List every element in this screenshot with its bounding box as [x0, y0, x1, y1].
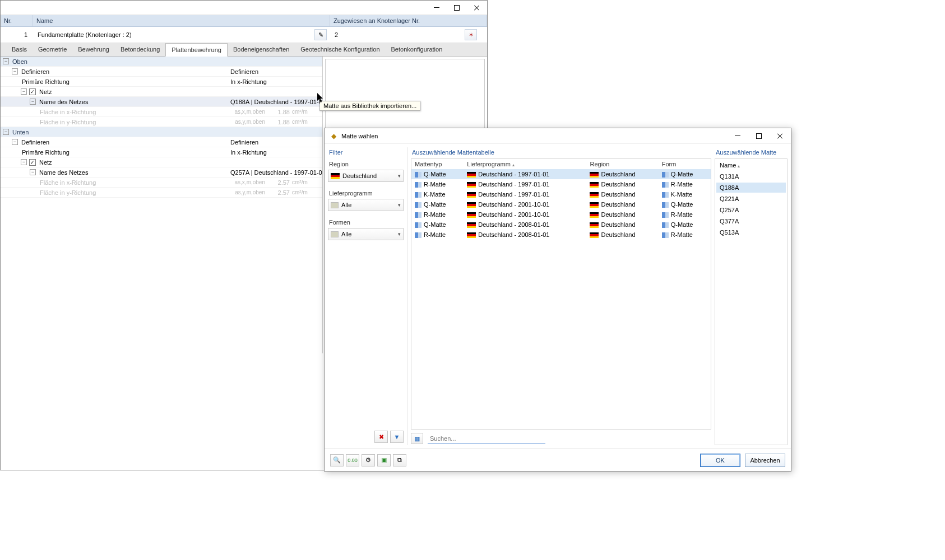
property-tree[interactable]: −Oben−DefinierenDefinierenPrimäre Richtu…	[1, 57, 323, 353]
formen-select[interactable]: Alle ▾	[328, 228, 404, 240]
tree-name-netz[interactable]: −Name des NetzesQ257A | Deutschland - 19…	[1, 167, 322, 178]
dialog-close-button[interactable]	[770, 128, 791, 144]
list-item[interactable]: Q188A	[716, 183, 786, 193]
col-type[interactable]: Mattentyp	[411, 159, 464, 169]
list-item[interactable]: Q513A	[716, 227, 786, 237]
mat-col-header[interactable]: Name▴	[716, 160, 786, 170]
expand-icon[interactable]: −	[30, 99, 36, 105]
table-row[interactable]: R-MatteDeutschland - 1997-01-01Deutschla…	[411, 179, 711, 189]
tree-netz[interactable]: −✓Netz	[1, 157, 322, 167]
matte-table[interactable]: Mattentyp Lieferprogramm▴ Region Form Q-…	[411, 159, 711, 240]
tree-definieren[interactable]: −DefinierenDefinieren	[1, 67, 322, 77]
tree-label: Fläche in x-Richtung	[39, 109, 234, 115]
maximize-button[interactable]	[447, 1, 467, 15]
footer-tool-3[interactable]: ⚙	[362, 454, 375, 466]
chevron-down-icon: ▾	[398, 231, 401, 237]
table-row[interactable]: R-MatteDeutschland - 2001-10-01Deutschla…	[411, 209, 711, 220]
dialog-minimize-button[interactable]	[727, 128, 748, 144]
tab-geometrie[interactable]: Geometrie	[33, 43, 72, 56]
clear-filter-button[interactable]: ✖	[374, 431, 388, 443]
liefer-select[interactable]: Alle ▾	[328, 199, 404, 211]
table-row[interactable]: Q-MatteDeutschland - 2008-01-01Deutschla…	[411, 220, 711, 230]
tab-geotechnische konfiguration[interactable]: Geotechnische Konfiguration	[295, 43, 385, 56]
expand-icon[interactable]: −	[12, 68, 18, 74]
swatch-icon	[331, 202, 339, 208]
checkbox[interactable]: ✓	[29, 159, 36, 166]
expand-icon[interactable]: −	[3, 129, 9, 135]
close-button[interactable]	[467, 1, 487, 15]
tree-netz[interactable]: −✓Netz	[1, 87, 322, 97]
footer-tool-zoom[interactable]: 🔍	[330, 454, 344, 466]
tab-strip: BasisGeometrieBewehrungBetondeckungPlatt…	[1, 43, 487, 57]
dialog-maximize-button[interactable]	[748, 128, 770, 144]
matte-list[interactable]: Name▴ Q131AQ188AQ221AQ257AQ377AQ513A	[715, 159, 787, 239]
name-edit-button[interactable]: ✎	[314, 29, 327, 40]
type-icon	[415, 172, 421, 178]
list-item[interactable]: Q257A	[716, 205, 786, 215]
tree-value[interactable]: Q257A | Deutschland - 1997-01-01	[230, 169, 320, 176]
tree-value[interactable]: In x-Richtung	[230, 78, 320, 85]
tab-betonkonfiguration[interactable]: Betonkonfiguration	[386, 43, 448, 56]
mat-title: Auszuwählende Matte	[715, 147, 788, 158]
expand-icon[interactable]: −	[3, 58, 9, 64]
footer-tool-5[interactable]: ⧉	[393, 454, 406, 466]
toggle-search-button[interactable]: ▦	[411, 433, 423, 444]
table-row[interactable]: Q-MatteDeutschland - 1997-01-01Deutschla…	[411, 169, 711, 179]
table-row[interactable]: K-MatteDeutschland - 1997-01-01Deutschla…	[411, 189, 711, 199]
flag-de-icon	[467, 182, 476, 188]
minimize-button[interactable]	[427, 1, 447, 15]
table-row[interactable]: R-MatteDeutschland - 2008-01-01Deutschla…	[411, 230, 711, 240]
expand-icon[interactable]: −	[12, 139, 18, 145]
list-item[interactable]: Q131A	[716, 171, 786, 181]
zug-header: Zugewiesen an Knotenlager Nr.	[330, 15, 487, 26]
chevron-down-icon: ▾	[398, 173, 401, 179]
table-row[interactable]: Q-MatteDeutschland - 2001-10-01Deutschla…	[411, 199, 711, 209]
tab-betondeckung[interactable]: Betondeckung	[115, 43, 165, 56]
region-select[interactable]: Deutschland ▾	[328, 170, 404, 182]
expand-icon[interactable]: −	[30, 169, 36, 175]
name-input[interactable]	[36, 30, 312, 40]
tree-unit: cm²/m	[292, 189, 320, 195]
chevron-down-icon: ▾	[398, 202, 401, 208]
col-region[interactable]: Region	[586, 159, 658, 169]
tab-basis[interactable]: Basis	[6, 43, 33, 56]
col-form[interactable]: Form	[659, 159, 711, 169]
tree-value[interactable]: Q188A | Deutschland - 1997-01-01	[230, 99, 320, 105]
tab-bodeneigenschaften[interactable]: Bodeneigenschaften	[228, 43, 295, 56]
tree-primaer[interactable]: Primäre RichtungIn x-Richtung	[1, 147, 322, 157]
flag-de-icon	[590, 212, 599, 218]
type-icon	[662, 232, 669, 238]
tree-primaer[interactable]: Primäre RichtungIn x-Richtung	[1, 77, 322, 87]
tree-value[interactable]: In x-Richtung	[230, 149, 320, 156]
apply-filter-button[interactable]: ▼	[390, 431, 404, 443]
tab-plattenbewehrung[interactable]: Plattenbewehrung	[165, 43, 228, 57]
flag-de-icon	[590, 222, 599, 228]
checkbox[interactable]: ✓	[29, 88, 36, 95]
tree-label: Definieren	[20, 68, 230, 75]
cancel-button[interactable]: Abbrechen	[745, 454, 785, 467]
footer-tool-units[interactable]: 0.00	[346, 454, 359, 466]
expand-icon[interactable]: −	[21, 159, 27, 165]
zug-input[interactable]	[333, 30, 462, 40]
list-item[interactable]: Q221A	[716, 194, 786, 204]
tab-bewehrung[interactable]: Bewehrung	[72, 43, 115, 56]
flag-de-icon	[590, 192, 599, 198]
sort-asc-icon: ▴	[738, 164, 740, 169]
tree-definieren[interactable]: −DefinierenDefinieren	[1, 137, 322, 147]
tree-value[interactable]: Definieren	[230, 139, 320, 146]
tree-oben[interactable]: −Oben	[1, 57, 322, 67]
ok-button[interactable]: OK	[700, 454, 740, 467]
tree-value[interactable]: Definieren	[230, 68, 320, 75]
expand-icon[interactable]: −	[21, 88, 27, 95]
table-pane: Auszuwählende Mattentabelle Mattentyp Li…	[407, 147, 711, 445]
footer-tool-4[interactable]: ▣	[377, 454, 391, 466]
dialog-icon: ◆	[329, 132, 338, 141]
tree-name-netz[interactable]: −Name des NetzesQ188A | Deutschland - 19…	[1, 97, 322, 107]
tree-unten[interactable]: −Unten	[1, 127, 322, 137]
zug-pick-button[interactable]: ✶	[465, 29, 477, 40]
list-item[interactable]: Q377A	[716, 216, 786, 226]
col-prog[interactable]: Lieferprogramm▴	[464, 159, 586, 169]
matte-dialog: ◆ Matte wählen Filter Region Deutschland…	[324, 128, 791, 472]
search-input[interactable]	[428, 433, 545, 444]
nr-value: 1	[1, 29, 33, 40]
